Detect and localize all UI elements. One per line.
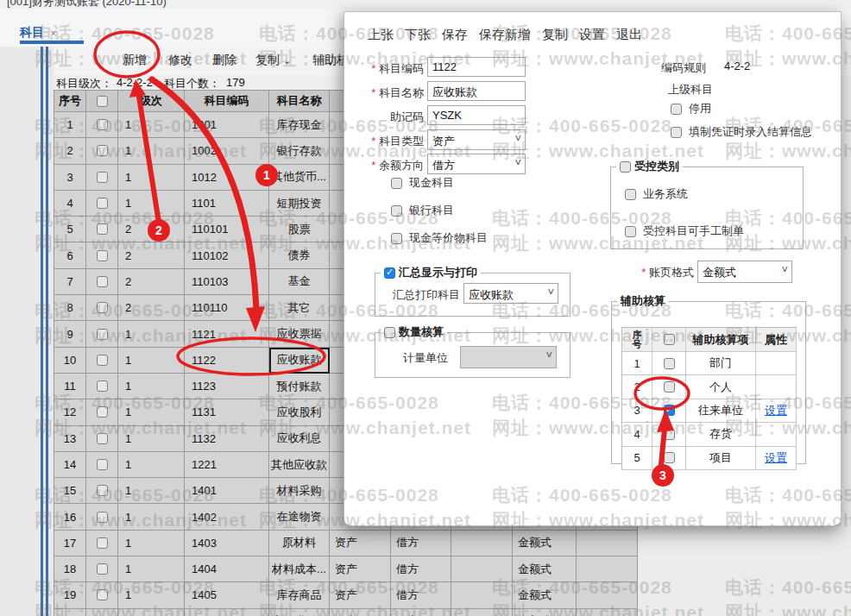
row-name[interactable]: 库存现金 <box>269 112 330 138</box>
disable-row[interactable]: 停用 <box>671 101 711 116</box>
table-row[interactable]: 20 1 1407 商品进销... 资产 借方 金额式 <box>54 609 638 616</box>
ledger-format-select[interactable]: 金额式˅ <box>697 261 792 283</box>
aux-row-checkbox[interactable] <box>664 429 675 440</box>
auxiliary-row[interactable]: 5 项目 设置 <box>622 447 797 470</box>
row-name[interactable]: 商品进销... <box>269 609 330 616</box>
row-checkbox[interactable] <box>97 433 108 444</box>
toolbar-button[interactable]: 复制⌄ <box>255 53 291 68</box>
row-checkbox[interactable] <box>97 119 108 130</box>
row-checkbox-cell[interactable] <box>86 269 118 295</box>
row-checkbox[interactable] <box>97 563 108 575</box>
row-checkbox[interactable] <box>97 223 108 235</box>
controlled-category-checkbox[interactable] <box>620 161 631 173</box>
row-name[interactable]: 库存商品 <box>269 582 330 608</box>
quantity-checkbox[interactable] <box>384 327 395 338</box>
aux-row-checkbox[interactable] <box>664 452 675 463</box>
dialog-toolbar-button[interactable]: 退出 <box>616 27 642 43</box>
aux-row-checkbox[interactable] <box>664 381 675 393</box>
auxiliary-row[interactable]: 2 个人 <box>622 375 797 399</box>
table-row[interactable]: 17 1 1403 原材料 资产 借方 金额式 <box>54 531 638 556</box>
row-checkbox[interactable] <box>97 589 108 600</box>
row-name[interactable]: 基金 <box>269 269 330 295</box>
aux-select-all-checkbox[interactable] <box>664 334 675 345</box>
cash-equivalent-row[interactable]: 现金等价物科目 <box>391 230 488 246</box>
row-name[interactable]: 股票 <box>269 217 330 242</box>
toolbar-button[interactable]: 删除⌄ <box>212 53 236 68</box>
summary-print-checkbox[interactable] <box>384 267 395 279</box>
row-checkbox-cell[interactable] <box>86 556 118 582</box>
row-name[interactable]: 在途物资 <box>269 504 330 530</box>
row-name[interactable]: 应收股利 <box>269 399 330 425</box>
row-checkbox-cell[interactable] <box>86 138 118 164</box>
row-name[interactable]: 应收票据 <box>269 321 330 347</box>
row-checkbox-cell[interactable] <box>86 112 118 138</box>
controlled-item-checkbox[interactable] <box>625 226 636 237</box>
aux-row-checkbox-cell[interactable] <box>652 375 686 399</box>
row-checkbox-cell[interactable] <box>86 191 118 217</box>
table-row[interactable]: 18 1 1404 材料成本... 资产 借方 金额式 <box>54 556 638 582</box>
row-name[interactable]: 短期投资 <box>269 191 330 217</box>
dialog-toolbar-button[interactable]: 保存 <box>442 27 468 43</box>
row-name[interactable]: 应收账款 <box>269 348 330 374</box>
row-name[interactable]: 其它 <box>269 295 330 321</box>
row-checkbox[interactable] <box>97 198 108 209</box>
row-checkbox[interactable] <box>97 250 108 261</box>
row-name[interactable]: 债券 <box>269 242 330 268</box>
mnemonic-input[interactable]: YSZK <box>427 105 526 125</box>
table-row[interactable]: 19 1 1405 库存商品 资产 借方 金额式 <box>54 582 638 608</box>
row-name[interactable]: 其他货币... <box>269 165 330 191</box>
aux-row-checkbox[interactable] <box>664 405 675 416</box>
disable-checkbox[interactable] <box>671 104 682 115</box>
row-checkbox-cell[interactable] <box>86 321 118 347</box>
row-checkbox-cell[interactable] <box>86 242 118 268</box>
controlled-item-checkbox[interactable] <box>625 189 636 200</box>
toolbar-button[interactable]: 新增⌄ <box>123 53 147 68</box>
row-checkbox[interactable] <box>97 145 108 156</box>
toolbar-button[interactable]: 修改⌄ <box>168 53 192 68</box>
splitter-line-1[interactable] <box>41 47 43 616</box>
row-checkbox[interactable] <box>97 355 108 366</box>
settlement-info-checkbox[interactable] <box>671 127 682 138</box>
code-input[interactable]: 1122 <box>427 57 526 77</box>
row-checkbox-cell[interactable] <box>86 452 118 478</box>
header-select-all[interactable] <box>86 91 118 112</box>
settlement-info-row[interactable]: 填制凭证时录入结算信息 <box>671 124 812 140</box>
row-checkbox-cell[interactable] <box>86 374 118 399</box>
row-checkbox-cell[interactable] <box>86 504 118 530</box>
row-name[interactable]: 银行存款 <box>269 138 330 164</box>
row-checkbox[interactable] <box>97 172 108 183</box>
dialog-toolbar-button[interactable]: 保存新增 <box>479 27 531 43</box>
summary-print-subject-select[interactable]: 应收账款˅ <box>463 283 558 304</box>
name-input[interactable]: 应收账款 <box>427 81 526 101</box>
cash-account-row[interactable]: 现金科目 <box>391 175 454 191</box>
aux-row-checkbox-cell[interactable] <box>652 423 686 446</box>
cash-equivalent-checkbox[interactable] <box>391 233 402 244</box>
auxiliary-row[interactable]: 1 部门 <box>622 352 797 375</box>
bank-account-row[interactable]: 银行科目 <box>391 203 454 218</box>
cash-account-checkbox[interactable] <box>391 178 402 189</box>
auxiliary-row[interactable]: 4 存货 <box>622 423 797 446</box>
dialog-toolbar-button[interactable]: 下张 <box>405 27 431 43</box>
aux-row-checkbox[interactable] <box>664 358 675 369</box>
row-checkbox-cell[interactable] <box>86 582 118 608</box>
type-select[interactable]: 资产˅ <box>427 129 526 150</box>
select-all-checkbox[interactable] <box>97 96 108 107</box>
aux-header-select-all[interactable] <box>652 328 686 352</box>
aux-row-checkbox-cell[interactable] <box>652 352 686 375</box>
row-checkbox[interactable] <box>97 380 108 392</box>
row-name[interactable]: 材料采购 <box>269 478 330 504</box>
dialog-toolbar-button[interactable]: 设置 <box>579 27 605 43</box>
row-checkbox-cell[interactable] <box>86 609 118 616</box>
row-name[interactable]: 原材料 <box>269 531 330 556</box>
row-checkbox[interactable] <box>97 276 108 287</box>
row-checkbox[interactable] <box>97 485 108 496</box>
aux-row-checkbox-cell[interactable] <box>652 447 686 470</box>
row-checkbox-cell[interactable] <box>86 531 118 556</box>
auxiliary-row[interactable]: 3 往来单位 设置 <box>622 399 797 423</box>
row-checkbox-cell[interactable] <box>86 348 118 374</box>
aux-row-checkbox-cell[interactable] <box>652 399 686 423</box>
row-checkbox[interactable] <box>97 302 108 313</box>
row-checkbox[interactable] <box>97 459 108 470</box>
row-checkbox[interactable] <box>97 406 108 418</box>
settings-link[interactable]: 设置 <box>765 403 787 418</box>
